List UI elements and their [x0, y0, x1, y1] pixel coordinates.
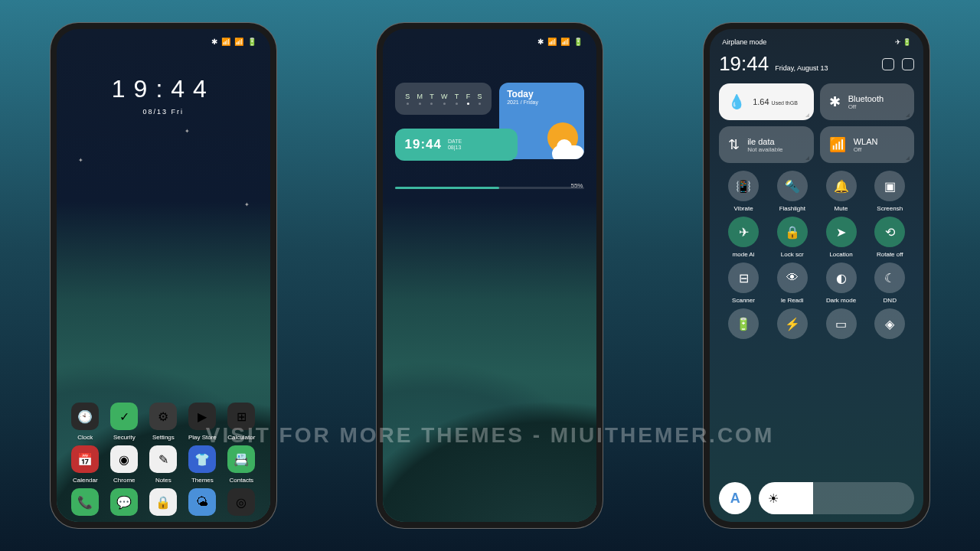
clock-widget[interactable]: 19:44 08/13 Fri — [57, 75, 270, 116]
app-icon: ◉ — [110, 445, 138, 473]
today-title: Today — [507, 89, 577, 99]
app-dock[interactable]: 🌤 — [183, 488, 222, 516]
toggle-grid: 📳Vibrate🔦Flashlight🔔Mute▣Screensh✈mode A… — [719, 171, 914, 343]
week-widget[interactable]: SMTWTFS — [395, 83, 492, 115]
toggle-le-readi[interactable]: 👁le Readi — [768, 262, 817, 304]
toggle-icon: 🔒 — [777, 217, 808, 247]
status-bar: ✱📶📶🔋 — [57, 34, 270, 49]
app-contacts[interactable]: 📇Contacts — [222, 445, 261, 484]
toggle-lock-scr[interactable]: 🔒Lock scr — [768, 217, 817, 258]
toggle-unknown[interactable]: ◈ — [865, 308, 914, 343]
tile-title: Bluetooth — [848, 94, 884, 103]
app-icon: ✎ — [149, 445, 177, 473]
app-icon: 👕 — [188, 445, 216, 473]
airplane-mode-label: Airplane mode — [722, 38, 766, 46]
toggle-screensh[interactable]: ▣Screensh — [865, 171, 914, 212]
app-play-store[interactable]: ▶Play Store — [183, 403, 222, 441]
toggle-dnd[interactable]: ☾DND — [865, 262, 914, 304]
tile-title: ile data — [747, 137, 782, 146]
app-label: Settings — [152, 434, 175, 441]
toggle-icon: ▭ — [826, 308, 857, 339]
app-label: Contacts — [230, 477, 254, 484]
app-calculator[interactable]: ⊞Calculator — [222, 403, 261, 441]
phone-homescreen: ✦ ✦ ✦ ✱📶📶🔋 19:44 08/13 Fri 🕙Clock✓Securi… — [51, 23, 276, 528]
app-dock[interactable]: 🔒 — [144, 488, 183, 516]
toggle-label: Dark mode — [826, 297, 856, 304]
settings-icon[interactable] — [882, 58, 894, 70]
tile-sub: Off — [848, 103, 884, 110]
toggle-mute[interactable]: 🔔Mute — [817, 171, 866, 212]
toggle-icon: ▣ — [874, 171, 905, 201]
toggle-dark-mode[interactable]: ◐Dark mode — [817, 262, 866, 304]
toggle-icon: 🔔 — [826, 171, 857, 201]
toggle-label: Location — [829, 251, 852, 258]
week-day: S — [477, 93, 482, 105]
app-dock[interactable]: ◎ — [222, 488, 261, 516]
edit-icon[interactable] — [902, 58, 914, 70]
toggle-icon: ⟲ — [874, 217, 905, 247]
toggle-label: Vibrate — [733, 205, 753, 212]
tile-bluetooth[interactable]: ✱BluetoothOff — [820, 83, 915, 120]
app-label: Calculator — [227, 434, 255, 441]
app-label: Notes — [155, 477, 172, 484]
toggle-icon: ⊟ — [728, 262, 759, 293]
auto-brightness-button[interactable]: A — [719, 482, 751, 514]
app-clock[interactable]: 🕙Clock — [66, 403, 105, 441]
control-center: Airplane mode ✈ 🔋 19:44 Friday, August 1… — [710, 29, 923, 522]
tile--[interactable]: 💧1.64 Used thGB — [719, 83, 814, 120]
time-widget[interactable]: 19:44 DATE08|13 — [395, 129, 517, 161]
toggle-flashlight[interactable]: 🔦Flashlight — [768, 171, 817, 212]
app-chrome[interactable]: ◉Chrome — [105, 445, 144, 484]
cc-time: 19:44 — [719, 52, 769, 76]
toggle-vibrate[interactable]: 📳Vibrate — [719, 171, 768, 212]
app-security[interactable]: ✓Security — [105, 403, 144, 441]
app-label: Themes — [191, 477, 214, 484]
clock-date: 08/13 Fri — [57, 108, 270, 116]
app-label: Chrome — [113, 477, 135, 484]
screen: Airplane mode ✈ 🔋 19:44 Friday, August 1… — [710, 29, 923, 522]
tile-icon: 💧 — [728, 93, 745, 110]
app-notes[interactable]: ✎Notes — [144, 445, 183, 484]
toggle-icon: 📳 — [728, 171, 759, 201]
app-dock[interactable]: 📞 — [66, 488, 105, 516]
tile-ile-data[interactable]: ⇅ile dataNot available — [719, 126, 814, 163]
toggle-icon: ◈ — [874, 308, 905, 339]
screen: ✱📶📶🔋 SMTWTFS Today 2021 / Friday 19:44 D… — [383, 29, 596, 522]
toggle-unknown[interactable]: ⚡ — [768, 308, 817, 343]
cloud-icon — [552, 145, 584, 159]
time-value: 19:44 — [404, 137, 441, 152]
progress-bar — [395, 187, 584, 189]
app-settings[interactable]: ⚙Settings — [144, 403, 183, 441]
app-calendar[interactable]: 📅Calendar — [66, 445, 105, 484]
toggle-icon: ➤ — [826, 217, 857, 247]
toggle-scanner[interactable]: ⊟Scanner — [719, 262, 768, 304]
clock-time: 19:44 — [57, 75, 270, 103]
tile-icon: ✱ — [829, 93, 841, 110]
toggle-icon: ✈ — [728, 217, 759, 247]
week-day: T — [455, 93, 459, 105]
toggle-rotate-off[interactable]: ⟲Rotate off — [865, 217, 914, 258]
week-day: F — [466, 93, 471, 105]
progress-label: 55% — [570, 182, 583, 189]
toggle-unknown[interactable]: ▭ — [817, 308, 866, 343]
tile-icon: ⇅ — [728, 136, 740, 153]
toggle-location[interactable]: ➤Location — [817, 217, 866, 258]
toggle-unknown[interactable]: 🔋 — [719, 308, 768, 343]
app-icon: 📞 — [71, 488, 99, 516]
status-icons: ✈ 🔋 — [895, 38, 912, 46]
status-bar: ✱📶📶🔋 — [383, 34, 596, 49]
app-dock[interactable]: 💬 — [105, 488, 144, 516]
app-themes[interactable]: 👕Themes — [183, 445, 222, 484]
toggle-icon: 🔋 — [728, 308, 759, 339]
brightness-slider[interactable]: ☀ — [759, 482, 914, 514]
toggle-mode-ai[interactable]: ✈mode Ai — [719, 217, 768, 258]
app-label: Clock — [77, 434, 93, 441]
tile-sub: Not available — [747, 146, 782, 153]
phone-widgets: ✱📶📶🔋 SMTWTFS Today 2021 / Friday 19:44 D… — [377, 23, 603, 528]
toggle-label: le Readi — [781, 297, 803, 304]
screen: ✦ ✦ ✦ ✱📶📶🔋 19:44 08/13 Fri 🕙Clock✓Securi… — [57, 29, 270, 522]
toggle-icon: ☾ — [874, 262, 905, 293]
app-label: Security — [113, 434, 136, 441]
app-icon: 🔒 — [149, 488, 177, 516]
tile-wlan[interactable]: 📶WLANOff — [820, 126, 915, 163]
